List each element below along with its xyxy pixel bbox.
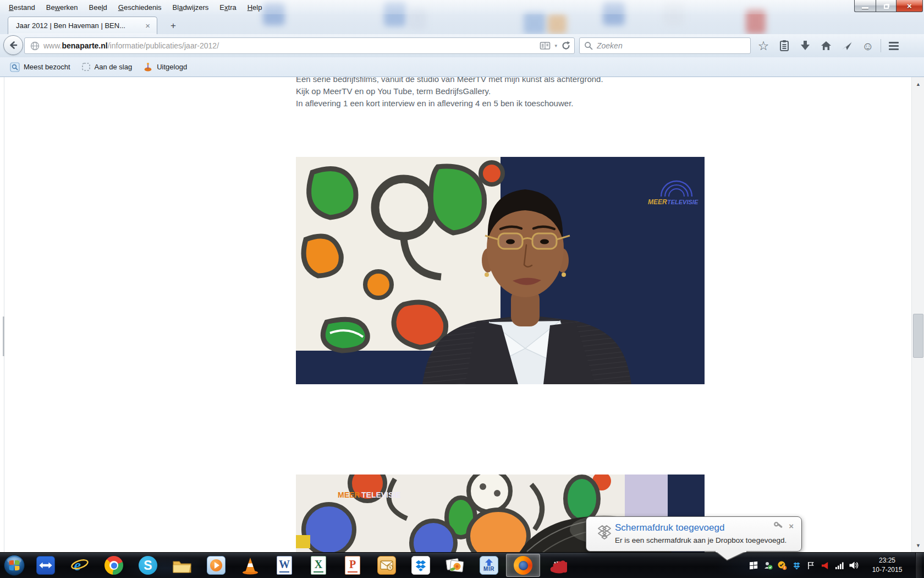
urlbar-dropdown-icon[interactable]: ▾ <box>554 43 557 48</box>
dropbox-notification[interactable]: Schermafdruk toegevoegd Er is een scherm… <box>586 516 802 552</box>
toolbar-buttons: ☆ <box>753 36 904 55</box>
toolbar-separator <box>881 39 881 52</box>
vertical-scrollbar[interactable]: ▲ ▼ <box>911 77 924 552</box>
menu-geschiedenis[interactable]: Geschiedenis <box>113 1 167 14</box>
logged-out-lamp-icon <box>143 62 153 72</box>
dropbox-icon <box>596 524 613 539</box>
bookmark-aan-de-slag[interactable]: Aan de slag <box>76 60 138 74</box>
browser-chrome: Bestand Bewerken Beeld Geschiedenis Blad… <box>0 0 924 77</box>
download-arrow-icon <box>799 40 811 52</box>
menu-beeld[interactable]: Beeld <box>84 1 113 14</box>
svg-text:!: ! <box>784 566 785 570</box>
taskbar-chrome[interactable] <box>97 553 131 577</box>
mir-label: MIR <box>483 566 494 572</box>
bookmark-uitgelogd[interactable]: Uitgelogd <box>138 60 193 74</box>
taskbar-file-explorer[interactable] <box>165 553 199 577</box>
scrollbar-thumb[interactable] <box>913 314 923 358</box>
reload-icon[interactable] <box>561 41 571 51</box>
tray-signal-bars-icon[interactable] <box>834 560 845 571</box>
tray-windows-flag-icon[interactable] <box>748 560 759 571</box>
word-icon: W <box>277 556 292 575</box>
svg-text:MEER: MEER <box>338 490 360 499</box>
close-icon: × <box>907 1 912 10</box>
scroll-down-button[interactable]: ▼ <box>912 541 924 550</box>
menu-bestand[interactable]: Bestand <box>3 1 41 14</box>
menu-button[interactable] <box>883 37 904 54</box>
downloads-button[interactable] <box>795 37 816 54</box>
show-desktop-button[interactable] <box>915 553 922 578</box>
search-input[interactable] <box>597 41 746 50</box>
navigation-toolbar: www.benaparte.nl/informatie/publicaties/… <box>0 34 924 57</box>
chrome-icon <box>105 556 123 575</box>
url-bar[interactable]: www.benaparte.nl/informatie/publicaties/… <box>24 37 575 54</box>
restore-button[interactable] <box>876 0 897 12</box>
taskbar-dropbox[interactable] <box>404 553 438 577</box>
notification-close-icon[interactable]: × <box>789 522 794 530</box>
menu-bewerken[interactable]: Bewerken <box>41 1 84 14</box>
tray-user-update-icon[interactable] <box>762 560 773 571</box>
media-player-icon <box>207 556 226 575</box>
tray-security-check-icon[interactable]: ! <box>777 560 788 571</box>
svg-text:MEER: MEER <box>648 198 667 206</box>
window-controls: × <box>854 0 923 12</box>
home-icon <box>820 40 832 51</box>
windows-start-orb-icon <box>3 554 25 576</box>
start-button[interactable] <box>0 553 29 577</box>
scroll-up-button[interactable]: ▲ <box>912 79 924 89</box>
taskbar-powerpoint[interactable]: P <box>336 553 370 577</box>
taskbar-word[interactable]: W <box>267 553 301 577</box>
minimize-button[interactable] <box>854 0 876 12</box>
share-button[interactable] <box>837 37 857 54</box>
bookmarks-list-button[interactable] <box>774 37 795 54</box>
taskbar-red-app[interactable] <box>540 553 574 577</box>
home-button[interactable] <box>816 37 837 54</box>
svg-text:e: e <box>74 557 81 574</box>
bookmark-meest-bezocht[interactable]: Meest bezocht <box>4 60 76 74</box>
taskbar-teamviewer[interactable] <box>29 553 63 577</box>
taskbar-mir-upload[interactable]: MIR <box>472 553 506 577</box>
taskbar-internet-explorer[interactable]: e <box>63 553 97 577</box>
firefox-icon <box>514 556 532 575</box>
episode-photo-1: MEER TELEVISIE <box>296 157 705 384</box>
outlook-icon <box>377 556 396 575</box>
red-animal-icon <box>547 556 567 575</box>
bookmark-star-button[interactable]: ☆ <box>753 37 774 54</box>
meertv-logo-2: MEER TELEVISIE <box>338 490 401 499</box>
smiley-icon: ☺ <box>862 40 873 52</box>
search-icon <box>584 41 593 50</box>
taskbar-outlook[interactable] <box>370 553 404 577</box>
tray-volume-icon[interactable] <box>848 560 859 571</box>
taskbar-photo-gallery[interactable] <box>438 553 472 577</box>
tab-close-icon[interactable]: × <box>143 21 152 30</box>
close-window-button[interactable]: × <box>897 0 923 12</box>
menu-extra[interactable]: Extra <box>214 1 241 14</box>
tray-dropbox-sync-icon[interactable] <box>791 560 802 571</box>
tray-action-center-flag-icon[interactable] <box>805 560 816 571</box>
menu-bladwijzers[interactable]: Bladwijzers <box>167 1 215 14</box>
search-bar[interactable] <box>579 37 751 54</box>
globe-icon <box>30 41 40 51</box>
tab-jaar-2012[interactable]: Jaar 2012 | Ben Haveman | BEN... × <box>8 17 157 34</box>
internet-explorer-icon: e <box>70 556 89 575</box>
menu-help[interactable]: Help <box>242 1 268 14</box>
folder-icon <box>172 557 192 574</box>
taskbar-skype[interactable]: S <box>131 553 165 577</box>
taskbar-firefox-active[interactable] <box>506 554 540 577</box>
vlc-cone-icon <box>241 556 260 575</box>
reader-mode-icon[interactable] <box>540 41 551 50</box>
menu-bar: Bestand Bewerken Beeld Geschiedenis Blad… <box>0 0 924 14</box>
paragraph-line: In aflevering 1 een kort interview en in… <box>296 97 603 110</box>
clipboard-icon <box>779 40 790 52</box>
wrench-icon[interactable] <box>773 521 783 530</box>
new-tab-button[interactable]: + <box>165 20 182 32</box>
back-button[interactable] <box>3 35 23 55</box>
tray-audio-horn-icon[interactable] <box>820 560 831 571</box>
taskbar-clock[interactable]: 23:25 10-7-2015 <box>866 556 909 575</box>
excel-icon: X <box>311 556 326 575</box>
taskbar-vlc[interactable] <box>233 553 267 577</box>
hello-button[interactable]: ☺ <box>857 37 878 54</box>
clock-time: 23:25 <box>866 556 909 565</box>
taskbar-excel[interactable]: X <box>301 553 336 577</box>
taskbar-media-player[interactable] <box>199 553 233 577</box>
system-tray: ! <box>748 553 924 578</box>
